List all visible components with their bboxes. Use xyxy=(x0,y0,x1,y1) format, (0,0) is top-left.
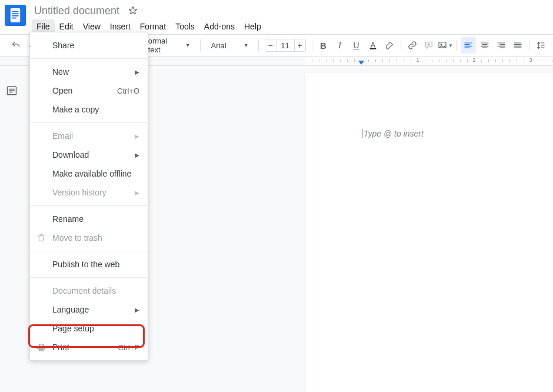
menu-shortcut: Ctrl+O xyxy=(117,87,139,95)
ruler-number: 2 xyxy=(472,57,475,63)
separator xyxy=(312,39,312,51)
menu-item-label: Make available offline xyxy=(52,169,131,178)
undo-button[interactable] xyxy=(8,37,24,54)
menu-separator xyxy=(30,277,148,278)
align-center-button[interactable] xyxy=(477,37,492,54)
font-size-increase[interactable]: + xyxy=(294,39,306,52)
menu-item-label: Version history xyxy=(52,188,106,197)
text-color-button[interactable] xyxy=(365,37,381,54)
font-family-label: Arial xyxy=(211,41,226,50)
file-menu-publish[interactable]: Publish to the web xyxy=(30,255,148,274)
file-menu-open[interactable]: OpenCtrl+O xyxy=(30,81,148,100)
submenu-arrow-icon: ▶ xyxy=(135,133,139,139)
svg-rect-2 xyxy=(12,13,19,14)
file-menu-share[interactable]: Share xyxy=(30,36,148,55)
file-menu-email[interactable]: Email▶ xyxy=(30,127,148,145)
menu-separator xyxy=(30,251,148,251)
page-placeholder: Type @ to insert xyxy=(364,129,424,138)
file-menu-details[interactable]: Document details xyxy=(30,281,148,300)
menu-item-label: New xyxy=(52,67,69,77)
svg-rect-5 xyxy=(369,48,376,49)
menu-item-label: Move to trash xyxy=(52,233,102,242)
file-menu-trash[interactable]: Move to trash xyxy=(30,228,148,247)
paragraph-style-label: ormal text xyxy=(148,36,181,54)
separator xyxy=(457,39,457,51)
trash-icon xyxy=(36,232,46,243)
svg-rect-3 xyxy=(12,15,19,16)
separator xyxy=(200,39,201,51)
ruler-number: 1 xyxy=(416,57,419,63)
submenu-arrow-icon: ▶ xyxy=(135,152,139,158)
insert-image-button[interactable]: ▼ xyxy=(438,37,453,54)
separator xyxy=(401,39,401,51)
menu-item-label: Page setup xyxy=(52,324,94,333)
font-size-input[interactable]: 11 xyxy=(276,39,294,52)
svg-rect-1 xyxy=(12,11,19,12)
menu-tools[interactable]: Tools xyxy=(171,19,199,34)
svg-point-7 xyxy=(441,44,442,45)
menu-item-label: Download xyxy=(52,150,89,160)
file-menu-pagesetup[interactable]: Page setup xyxy=(30,319,148,338)
menu-item-label: Publish to the web xyxy=(52,260,119,269)
submenu-arrow-icon: ▶ xyxy=(135,69,139,75)
insert-link-button[interactable] xyxy=(405,37,420,54)
caret-down-icon: ▼ xyxy=(185,42,191,48)
menu-help[interactable]: Help xyxy=(239,19,266,34)
file-menu-dropdown: ShareNew▶OpenCtrl+OMake a copyEmail▶Down… xyxy=(29,32,148,361)
file-menu-copy[interactable]: Make a copy xyxy=(30,100,148,119)
document-title[interactable]: Untitled document xyxy=(32,5,119,17)
star-icon[interactable] xyxy=(128,5,138,16)
underline-button[interactable]: U xyxy=(349,37,364,54)
file-menu-rename[interactable]: Rename xyxy=(30,210,148,228)
highlight-color-button[interactable] xyxy=(382,37,397,54)
file-menu-language[interactable]: Language▶ xyxy=(30,300,148,319)
document-outline-button[interactable] xyxy=(4,82,20,99)
menu-item-label: Language xyxy=(52,305,89,314)
paragraph-style-select[interactable]: ormal text▼ xyxy=(144,38,194,52)
bold-button[interactable]: B xyxy=(315,37,331,54)
submenu-arrow-icon: ▶ xyxy=(135,190,139,196)
docs-logo[interactable] xyxy=(5,5,26,26)
separator xyxy=(258,39,259,51)
file-menu-history[interactable]: Version history▶ xyxy=(30,183,148,202)
menu-separator xyxy=(30,58,148,59)
align-left-button[interactable] xyxy=(461,37,476,54)
menu-item-label: Email xyxy=(52,131,73,141)
file-menu-new[interactable]: New▶ xyxy=(30,62,148,81)
file-menu-print[interactable]: PrintCtrl+P xyxy=(30,338,148,357)
caret-down-icon: ▼ xyxy=(244,42,249,48)
file-menu-download[interactable]: Download▶ xyxy=(30,145,148,164)
font-family-select[interactable]: Arial▼ xyxy=(206,38,252,52)
file-menu-offline[interactable]: Make available offline xyxy=(30,164,148,183)
line-spacing-button[interactable] xyxy=(533,37,548,54)
menu-separator xyxy=(30,122,148,123)
menu-item-label: Print xyxy=(52,343,69,352)
font-size-decrease[interactable]: − xyxy=(265,39,276,52)
ruler-number: 3 xyxy=(529,57,532,63)
separator xyxy=(529,39,529,51)
menu-item-label: Share xyxy=(52,41,74,50)
document-page[interactable]: Type @ to insert xyxy=(305,72,553,392)
submenu-arrow-icon: ▶ xyxy=(135,307,139,313)
menu-item-label: Rename xyxy=(52,214,84,224)
align-justify-button[interactable] xyxy=(510,37,525,54)
menu-item-label: Make a copy xyxy=(52,105,99,114)
align-right-button[interactable] xyxy=(494,37,509,54)
menu-shortcut: Ctrl+P xyxy=(118,343,139,352)
add-comment-button[interactable] xyxy=(421,37,437,54)
indent-marker[interactable] xyxy=(358,61,364,65)
menu-item-label: Open xyxy=(52,86,72,95)
svg-rect-4 xyxy=(12,18,16,19)
italic-button[interactable]: I xyxy=(332,37,348,54)
print-icon xyxy=(36,342,46,353)
menu-separator xyxy=(30,205,148,206)
menu-item-label: Document details xyxy=(52,286,116,295)
menu-addons[interactable]: Add-ons xyxy=(199,19,239,34)
